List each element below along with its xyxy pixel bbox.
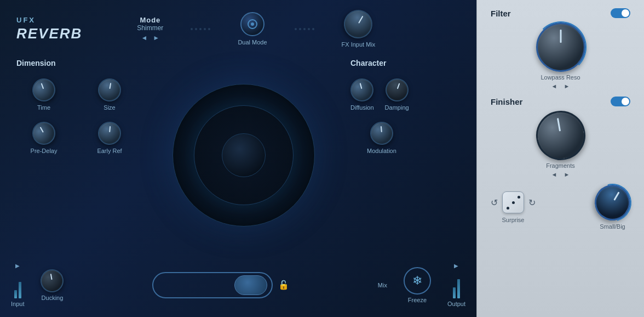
size-control: Size: [82, 78, 137, 111]
pre-delay-knob[interactable]: [28, 117, 59, 149]
small-big-control: Small/Big: [595, 185, 630, 230]
input-vu-bars: [14, 271, 21, 298]
size-knob[interactable]: [96, 77, 123, 104]
header-dot-line-left: [191, 28, 210, 30]
finisher-knob-section: Fragments ◄ ►: [491, 111, 630, 178]
fx-input-mix-label: FX Input Mix: [342, 41, 376, 48]
fx-input-mix-control: FX Input Mix: [342, 10, 376, 48]
undo-button[interactable]: ↺: [491, 197, 498, 208]
finisher-knob-label: Fragments: [546, 162, 575, 169]
modulation-control: Modulation: [367, 122, 396, 154]
dice-button[interactable]: [502, 191, 524, 213]
logo-reverb: REVERB: [16, 25, 82, 42]
ducking-control: Ducking: [41, 269, 64, 301]
ducking-label: Ducking: [42, 295, 64, 301]
character-section: Character Diffusion Damping Modulation: [350, 53, 460, 257]
diffusion-control: Diffusion: [350, 78, 374, 111]
mix-label: Mix: [378, 282, 387, 288]
dual-mode-label: Dual Mode: [238, 39, 267, 46]
freeze-icon: ❄: [412, 274, 422, 288]
lock-icon: 🔓: [278, 280, 289, 290]
logo-area: UFX REVERB: [16, 16, 82, 42]
freeze-label: Freeze: [408, 297, 427, 303]
header: UFX REVERB Mode Shimmer ◄ ► Dual Mode FX: [0, 0, 476, 53]
left-panel: UFX REVERB Mode Shimmer ◄ ► Dual Mode FX: [0, 0, 476, 317]
filter-header: Filter: [491, 8, 630, 18]
logo-ufx: UFX: [16, 16, 36, 24]
pre-delay-label: Pre-Delay: [31, 148, 58, 154]
filter-left-arrow[interactable]: ◄: [551, 83, 557, 89]
dual-mode-control: Dual Mode: [238, 12, 267, 46]
mode-left-arrow[interactable]: ◄: [141, 34, 147, 42]
diffusion-label: Diffusion: [350, 104, 374, 111]
finisher-knob[interactable]: [532, 107, 589, 164]
ducking-knob[interactable]: [39, 267, 66, 294]
dual-mode-inner: [248, 19, 257, 29]
time-knob[interactable]: [29, 75, 59, 105]
surprise-control: ↺ ↻ Surprise: [491, 191, 536, 223]
time-label: Time: [37, 104, 50, 111]
vu-bar-3: [453, 287, 456, 298]
fx-input-mix-knob[interactable]: [339, 4, 378, 43]
small-big-label: Small/Big: [600, 223, 625, 230]
finisher-arrows: ◄ ►: [551, 171, 570, 178]
freeze-button[interactable]: ❄: [404, 267, 431, 295]
finisher-toggle[interactable]: [611, 97, 630, 106]
finisher-right-arrow[interactable]: ►: [564, 171, 570, 178]
filter-right-arrow[interactable]: ►: [564, 83, 570, 89]
finisher-title: Finisher: [491, 97, 522, 106]
reverb-disc: [173, 84, 315, 227]
filter-toggle[interactable]: [611, 8, 630, 18]
filter-toggle-thumb: [622, 9, 629, 17]
finisher-left-arrow[interactable]: ◄: [551, 171, 557, 178]
vu-bar-2: [19, 282, 21, 298]
dimension-title: Dimension: [16, 59, 137, 67]
damping-control: Damping: [385, 78, 409, 111]
early-ref-label: Early Ref: [97, 148, 122, 154]
early-ref-control: Early Ref: [82, 122, 137, 154]
finisher-header: Finisher: [491, 97, 630, 106]
mode-section: Mode Shimmer ◄ ►: [137, 16, 163, 42]
center-visual: [137, 53, 350, 257]
redo-button[interactable]: ↻: [528, 197, 536, 208]
mix-section: 🔓: [80, 272, 361, 298]
early-ref-knob[interactable]: [97, 121, 122, 146]
mix-slider[interactable]: [152, 272, 273, 298]
input-label: Input: [11, 301, 24, 307]
small-big-knob[interactable]: [588, 178, 637, 227]
vu-bar-4: [457, 279, 460, 298]
pre-delay-control: Pre-Delay: [16, 122, 71, 154]
output-meter: ▶ Output: [447, 263, 465, 307]
size-label: Size: [104, 104, 115, 111]
output-play-arrow: ▶: [454, 263, 458, 269]
vu-bar-1: [14, 290, 17, 298]
dimension-knob-grid: Time Size Pre-Delay Early Ref: [16, 78, 137, 154]
mode-value: Shimmer: [137, 24, 163, 32]
bottom-bar: ▶ Input Ducking 🔓 Mix ❄ Fre: [0, 257, 476, 317]
character-title: Character: [350, 59, 460, 67]
dual-mode-button[interactable]: [240, 12, 264, 36]
finisher-toggle-thumb: [622, 98, 629, 105]
filter-knob-section: Lowpass Reso ◄ ►: [491, 22, 630, 89]
modulation-label: Modulation: [367, 148, 396, 154]
damping-knob[interactable]: [382, 75, 412, 105]
surprise-label: Surprise: [502, 217, 525, 223]
freeze-control: ❄ Freeze: [404, 267, 431, 303]
time-control: Time: [16, 78, 71, 111]
filter-title: Filter: [491, 9, 511, 18]
dimension-section: Dimension Time Size Pre-Delay Early Ref: [16, 53, 137, 257]
filter-arrows: ◄ ►: [551, 83, 570, 89]
filter-knob[interactable]: [536, 22, 585, 72]
main-content: Dimension Time Size Pre-Delay Early Ref: [0, 53, 476, 257]
mix-thumb: [234, 275, 267, 295]
mode-label: Mode: [140, 16, 160, 24]
modulation-knob[interactable]: [369, 121, 394, 146]
filter-knob-label: Lowpass Reso: [540, 74, 580, 81]
header-dot-line-right: [295, 28, 314, 30]
output-label: Output: [447, 301, 465, 307]
mode-right-arrow[interactable]: ►: [153, 34, 159, 42]
input-meter: ▶ Input: [11, 263, 24, 307]
undo-redo-controls: ↺ ↻: [491, 191, 536, 213]
diffusion-knob[interactable]: [348, 76, 376, 104]
right-panel: Filter Lowpass Reso ◄ ► Finisher Fragmen…: [476, 0, 644, 317]
